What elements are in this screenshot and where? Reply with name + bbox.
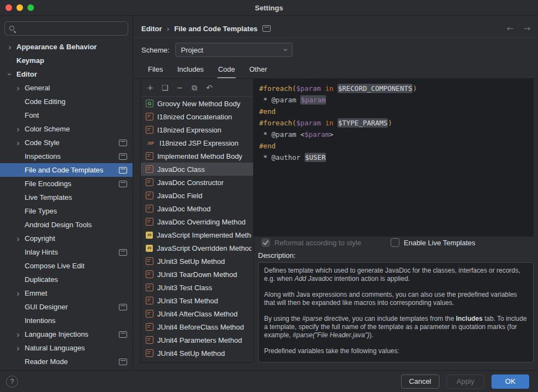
- template-editor[interactable]: #foreach($param in $RECORD_COMPONENTS) *…: [253, 79, 534, 237]
- description-paragraph: Defines template which used to generate …: [264, 267, 528, 283]
- template-item-junit4-afterclass-method[interactable]: JUnit4 AfterClass Method: [141, 307, 254, 320]
- scheme-dropdown[interactable]: Project ›: [175, 43, 293, 57]
- sidebar-item-color-scheme[interactable]: ›Color Scheme: [0, 122, 133, 136]
- template-item-groovy-new-method-body[interactable]: GGroovy New Method Body: [141, 97, 254, 110]
- sidebar-item-intentions[interactable]: Intentions: [0, 314, 133, 327]
- template-item-label: JavaScript Overridden Method: [157, 244, 251, 252]
- tab-files[interactable]: Files: [142, 62, 169, 79]
- sidebar-item-file-encodings[interactable]: File Encodings: [0, 177, 133, 191]
- template-icon: [146, 152, 153, 160]
- per-project-settings-icon: [119, 331, 127, 338]
- sidebar-item-copyright[interactable]: ›Copyright: [0, 232, 133, 245]
- sidebar-item-reader-mode[interactable]: Reader Mode: [0, 355, 133, 368]
- per-project-settings-icon: [119, 153, 127, 160]
- cancel-button[interactable]: Cancel: [401, 374, 439, 389]
- chevron-right-icon[interactable]: ›: [14, 84, 22, 92]
- template-item-i18nized-expression[interactable]: I18nized Expression: [141, 123, 254, 136]
- history-nav: ← →: [507, 24, 530, 33]
- sidebar-item-general[interactable]: ›General: [0, 81, 133, 95]
- template-item-javascript-implemented-method[interactable]: JSJavaScript Implemented Method: [141, 228, 254, 241]
- template-item-junit4-beforeclass-method[interactable]: JUnit4 BeforeClass Method: [141, 320, 254, 333]
- sidebar-item-file-types[interactable]: File Types: [0, 204, 133, 218]
- help-button[interactable]: ?: [6, 376, 18, 388]
- template-item-i18nized-concatenation[interactable]: I18nized Concatenation: [141, 110, 254, 123]
- sidebar-item-file-and-code-templates[interactable]: File and Code Templates: [0, 163, 133, 177]
- per-project-settings-icon: [262, 25, 271, 32]
- forward-arrow[interactable]: →: [523, 24, 530, 33]
- sidebar-item-inspections[interactable]: Inspections: [0, 149, 133, 163]
- zoom-button[interactable]: [27, 4, 34, 11]
- sidebar-item-label: GUI Designer: [25, 303, 68, 311]
- template-item-junit4-parameters-method[interactable]: JUnit4 Parameters Method: [141, 333, 254, 347]
- chevron-right-icon[interactable]: ›: [14, 139, 22, 147]
- template-item-label: JUnit3 TearDown Method: [157, 270, 237, 279]
- template-item-javadoc-constructor[interactable]: JavaDoc Constructor: [141, 176, 254, 189]
- duplicate-icon[interactable]: ⧉: [188, 82, 201, 94]
- code-token: * @param: [259, 96, 300, 104]
- sidebar-item-editor[interactable]: ›Editor: [0, 67, 133, 81]
- breadcrumb-editor[interactable]: Editor: [141, 25, 162, 33]
- sidebar-item-live-templates[interactable]: Live Templates: [0, 191, 133, 204]
- back-arrow[interactable]: ←: [507, 24, 514, 33]
- sidebar-item-keymap[interactable]: Keymap: [0, 54, 133, 67]
- create-from-selected-icon[interactable]: ❏: [158, 82, 171, 94]
- template-item-junit4-setup-method[interactable]: JUnit4 SetUp Method: [141, 347, 254, 360]
- ok-button[interactable]: OK: [491, 374, 529, 389]
- code-token: ): [413, 84, 417, 93]
- live-templates-checkbox[interactable]: [391, 238, 399, 247]
- remove-icon[interactable]: −: [173, 82, 186, 94]
- chevron-right-icon[interactable]: ›: [14, 330, 22, 338]
- template-item-label: JUnit4 Parameters Method: [157, 336, 242, 344]
- chevron-right-icon[interactable]: ›: [14, 234, 22, 243]
- sidebar-item-appearance-behavior[interactable]: ›Appearance & Behavior: [0, 40, 133, 54]
- template-item-javadoc-method[interactable]: JavaDoc Method: [141, 202, 254, 215]
- chevron-right-icon[interactable]: ›: [5, 43, 14, 51]
- sidebar-item-code-editing[interactable]: Code Editing: [0, 95, 133, 108]
- chevron-down-icon[interactable]: ›: [6, 70, 14, 79]
- sidebar-item-language-injections[interactable]: ›Language Injections: [0, 327, 133, 341]
- chevron-right-icon[interactable]: ›: [14, 289, 22, 297]
- sidebar-item-code-style[interactable]: ›Code Style: [0, 136, 133, 149]
- search-box[interactable]: [4, 21, 128, 36]
- minimize-button[interactable]: [16, 4, 23, 11]
- template-item-label: JUnit3 Test Method: [157, 297, 218, 305]
- template-item-javascript-overridden-method[interactable]: JSJavaScript Overridden Method: [141, 241, 254, 255]
- close-button[interactable]: [5, 4, 12, 11]
- template-item-label: JUnit4 BeforeClass Method: [157, 323, 244, 331]
- window-title: Settings: [255, 4, 283, 12]
- add-icon[interactable]: +: [144, 82, 157, 94]
- sidebar-item-font[interactable]: Font: [0, 108, 133, 122]
- chevron-right-icon[interactable]: ›: [14, 125, 22, 133]
- template-list: GGroovy New Method BodyI18nized Concaten…: [141, 97, 254, 360]
- template-item-javadoc-overriding-method[interactable]: JavaDoc Overriding Method: [141, 215, 254, 228]
- revert-icon[interactable]: ↶: [203, 82, 216, 94]
- template-icon: [146, 297, 153, 304]
- template-item-junit3-setup-method[interactable]: JUnit3 SetUp Method: [141, 255, 254, 268]
- tab-code[interactable]: Code: [212, 62, 241, 79]
- description-text: Predefined variables take the following …: [264, 347, 399, 355]
- sidebar-item-emmet[interactable]: ›Emmet: [0, 286, 133, 300]
- sidebar-item-compose-live-edit[interactable]: Compose Live Edit: [0, 259, 133, 273]
- tab-includes[interactable]: Includes: [171, 62, 209, 79]
- template-item-i18nized-jsp-expression[interactable]: JSPI18nized JSP Expression: [141, 136, 254, 149]
- chevron-right-icon[interactable]: ›: [14, 344, 22, 352]
- sidebar-item-android-design-tools[interactable]: Android Design Tools: [0, 218, 133, 232]
- template-item-implemented-method-body[interactable]: Implemented Method Body: [141, 149, 254, 163]
- sidebar-item-label: Keymap: [16, 56, 44, 65]
- sidebar-item-natural-languages[interactable]: ›Natural Languages: [0, 341, 133, 355]
- template-item-junit3-teardown-method[interactable]: JUnit3 TearDown Method: [141, 268, 254, 281]
- search-input[interactable]: [19, 24, 124, 33]
- per-project-settings-icon: [119, 181, 127, 187]
- sidebar-item-inlay-hints[interactable]: Inlay Hints: [0, 245, 133, 259]
- window-controls: [5, 4, 34, 11]
- tab-other[interactable]: Other: [243, 62, 273, 79]
- template-item-javadoc-class[interactable]: JavaDoc Class: [141, 163, 254, 176]
- template-item-junit3-test-method[interactable]: JUnit3 Test Method: [141, 294, 254, 307]
- template-tabs: FilesIncludesCodeOther: [142, 62, 273, 79]
- template-item-javadoc-field[interactable]: JavaDoc Field: [141, 189, 254, 202]
- template-item-junit3-test-class[interactable]: JUnit3 Test Class: [141, 281, 254, 294]
- sidebar-item-label: Code Style: [25, 139, 60, 147]
- scheme-row: Scheme: Project ›: [141, 43, 293, 57]
- sidebar-item-duplicates[interactable]: Duplicates: [0, 273, 133, 286]
- sidebar-item-gui-designer[interactable]: GUI Designer: [0, 300, 133, 314]
